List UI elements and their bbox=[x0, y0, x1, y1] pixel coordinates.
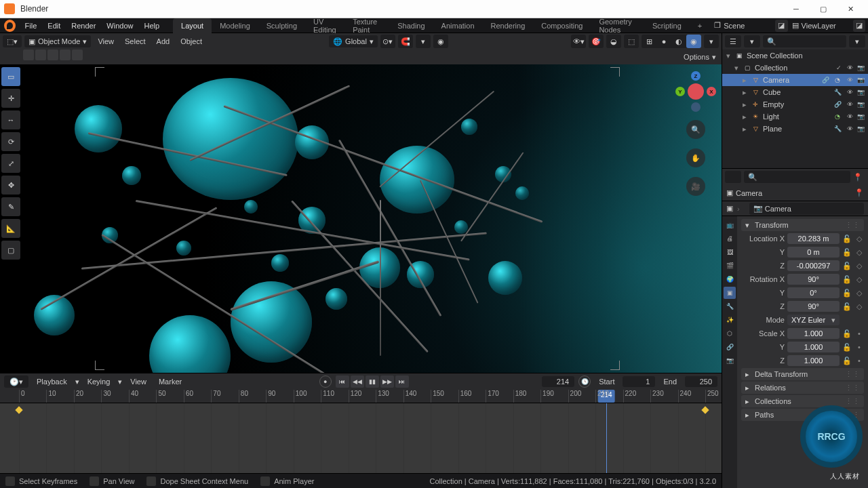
properties-editor-type[interactable] bbox=[725, 171, 741, 183]
menu-render[interactable]: Render bbox=[66, 18, 101, 33]
shading-rendered[interactable]: ◉ bbox=[686, 35, 701, 48]
tab-texture-paint[interactable]: Texture Paint bbox=[344, 18, 389, 33]
keyframe-marker[interactable] bbox=[701, 406, 709, 413]
proportional-edit-toggle[interactable]: ◉ bbox=[433, 35, 448, 48]
location-y-field[interactable]: 0 m bbox=[787, 247, 840, 258]
auto-keying-toggle[interactable]: ● bbox=[319, 375, 332, 388]
tool-select-box[interactable]: ▭ bbox=[1, 67, 20, 86]
start-frame-field[interactable]: 1 bbox=[623, 376, 655, 387]
render-icon[interactable]: 📷 bbox=[856, 112, 865, 121]
viewport-3d-render[interactable]: ▭ ✛ ↔ ⟳ ⤢ ✥ ✎ 📐 ▢ Z Y X 🔍 bbox=[0, 64, 722, 373]
eye-icon[interactable]: 👁 bbox=[845, 112, 854, 121]
tl-menu-keying[interactable]: Keying bbox=[83, 378, 115, 386]
outliner-view-type[interactable]: ▾ bbox=[744, 35, 760, 47]
gizmo-toggle[interactable]: 🎯 bbox=[589, 35, 604, 48]
exclude-icon[interactable]: ✓ bbox=[834, 63, 844, 73]
viewlayer-new-button[interactable]: ◪ bbox=[853, 20, 865, 32]
select-intersect[interactable] bbox=[72, 49, 83, 60]
panel-transform[interactable]: ▾Transform⋮⋮ bbox=[741, 219, 864, 231]
camera-view-gizmo[interactable]: 🎥 bbox=[686, 177, 705, 196]
current-frame-field[interactable]: 214 bbox=[542, 376, 574, 387]
render-icon[interactable]: 📷 bbox=[856, 124, 865, 134]
tl-menu-playback[interactable]: Playback bbox=[33, 378, 71, 386]
eye-icon[interactable]: 👁 bbox=[845, 124, 854, 134]
pin-icon[interactable]: 📍 bbox=[853, 173, 865, 182]
menu-file[interactable]: File bbox=[20, 18, 43, 33]
location-x-field[interactable]: 20.283 m bbox=[787, 233, 840, 244]
eye-icon[interactable]: 👁 bbox=[845, 75, 854, 85]
outliner-display-mode[interactable]: ☰ bbox=[725, 35, 741, 47]
tool-annotate[interactable]: ✎ bbox=[1, 197, 20, 216]
tab-scripting[interactable]: Scripting bbox=[644, 18, 690, 33]
pause-button[interactable]: ▮▮ bbox=[366, 375, 379, 388]
timeline-tracks[interactable] bbox=[0, 403, 722, 473]
tab-sculpting[interactable]: Sculpting bbox=[258, 18, 305, 33]
scene-selector[interactable]: ❐ Scene bbox=[710, 21, 775, 30]
tool-transform[interactable]: ✥ bbox=[1, 176, 20, 195]
viewport-menu-select[interactable]: Select bbox=[121, 37, 150, 45]
play-reverse-button[interactable]: ◀◀ bbox=[351, 375, 364, 388]
rotation-mode-dropdown[interactable]: XYZ Euler bbox=[787, 314, 840, 325]
window-minimize-button[interactable]: ─ bbox=[783, 0, 810, 18]
pin-icon[interactable]: 📍 bbox=[854, 188, 864, 197]
snap-element-dropdown[interactable]: ▾ bbox=[416, 35, 431, 48]
tl-menu-view[interactable]: View bbox=[126, 378, 151, 386]
tab-compositing[interactable]: Compositing bbox=[533, 18, 591, 33]
shading-matpreview[interactable]: ◐ bbox=[671, 35, 686, 48]
render-icon[interactable]: 📷 bbox=[856, 100, 865, 109]
visibility-dropdown[interactable]: 👁▾ bbox=[571, 35, 586, 48]
eye-icon[interactable]: 👁 bbox=[845, 87, 854, 97]
outliner-tree[interactable]: ▾ ▣ Scene Collection ▾ ▢ Collection ✓👁📷 … bbox=[722, 49, 868, 168]
play-forward-button[interactable]: ▶▶ bbox=[380, 375, 394, 388]
select-set[interactable] bbox=[23, 49, 34, 60]
data-name-field[interactable]: 📷 Camera bbox=[749, 203, 864, 215]
tab-animation[interactable]: Animation bbox=[433, 18, 483, 33]
ptab-output[interactable]: 🖨 bbox=[724, 232, 736, 245]
lock-icon[interactable]: 🔓 bbox=[842, 235, 852, 243]
ptab-object[interactable]: ▣ bbox=[724, 287, 736, 299]
outliner-search[interactable]: 🔍 bbox=[763, 35, 846, 47]
tl-menu-marker[interactable]: Marker bbox=[155, 378, 186, 386]
end-frame-field[interactable]: 250 bbox=[685, 376, 717, 387]
select-subtract[interactable] bbox=[47, 49, 58, 60]
tab-shading[interactable]: Shading bbox=[389, 18, 433, 33]
ptab-modifier[interactable]: 🔧 bbox=[724, 300, 736, 312]
window-maximize-button[interactable]: ▢ bbox=[810, 0, 837, 18]
rotation-z-field[interactable]: 90° bbox=[787, 301, 840, 312]
viewport-menu-object[interactable]: Object bbox=[176, 37, 206, 45]
panel-delta-transform[interactable]: ▸Delta Transform⋮⋮ bbox=[741, 368, 864, 380]
ptab-physics[interactable]: ⬡ bbox=[724, 327, 736, 340]
render-icon[interactable]: 📷 bbox=[856, 87, 865, 97]
timeline-editor-type[interactable]: 🕑▾ bbox=[4, 375, 28, 388]
tool-cursor[interactable]: ✛ bbox=[1, 89, 20, 108]
scale-y-field[interactable]: 1.000 bbox=[787, 342, 840, 352]
outliner-filter[interactable]: ▾ bbox=[849, 35, 865, 47]
menu-help[interactable]: Help bbox=[138, 18, 165, 33]
scene-new-button[interactable]: ◪ bbox=[775, 20, 787, 32]
zoom-gizmo[interactable]: 🔍 bbox=[686, 120, 705, 139]
keyframe-dot-icon[interactable]: ◇ bbox=[854, 235, 864, 243]
keyframe-marker[interactable] bbox=[15, 406, 22, 413]
ptab-scene[interactable]: 🎬 bbox=[724, 260, 736, 272]
snap-toggle[interactable]: 🧲 bbox=[398, 35, 413, 48]
shading-wireframe[interactable]: ⊞ bbox=[642, 35, 656, 48]
menu-edit[interactable]: Edit bbox=[42, 18, 66, 33]
viewlayer-selector[interactable]: ▤ ViewLayer bbox=[788, 21, 853, 30]
tab-add-workspace[interactable]: + bbox=[690, 18, 710, 33]
panel-collections[interactable]: ▸Collections⋮⋮ bbox=[741, 395, 864, 407]
editor-type-dropdown[interactable]: ⬚▾ bbox=[3, 35, 22, 47]
xray-toggle[interactable]: ⬚ bbox=[624, 35, 639, 48]
tool-scale[interactable]: ⤢ bbox=[1, 154, 20, 173]
shading-solid[interactable]: ● bbox=[656, 35, 671, 48]
eye-icon[interactable]: 👁 bbox=[845, 100, 854, 109]
ptab-viewlayer[interactable]: 🖼 bbox=[724, 246, 736, 258]
scale-x-field[interactable]: 1.000 bbox=[787, 328, 840, 339]
ptab-particles[interactable]: ✨ bbox=[724, 314, 736, 326]
tool-rotate[interactable]: ⟳ bbox=[1, 132, 20, 151]
panel-relations[interactable]: ▸Relations⋮⋮ bbox=[741, 382, 864, 394]
shading-options-dropdown[interactable]: ▾ bbox=[704, 35, 719, 48]
ptab-render[interactable]: 📺 bbox=[724, 219, 736, 231]
transform-orientation-dropdown[interactable]: 🌐 Global ▾ bbox=[329, 35, 378, 47]
tool-measure[interactable]: 📐 bbox=[1, 219, 20, 238]
tool-add-primitive[interactable]: ▢ bbox=[1, 241, 20, 260]
